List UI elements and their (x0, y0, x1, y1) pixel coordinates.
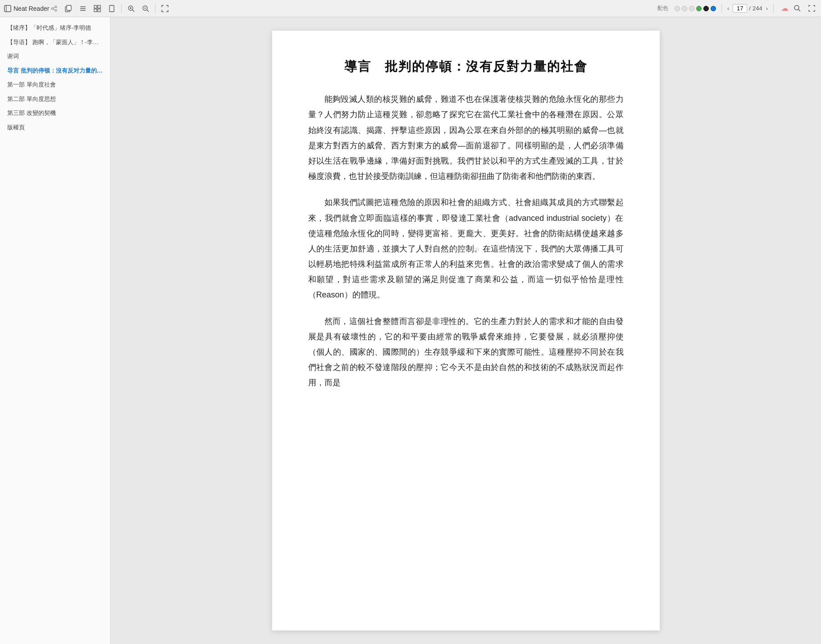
sep4 (773, 4, 774, 13)
svg-line-6 (53, 9, 55, 10)
share-icon (51, 5, 57, 12)
svg-rect-16 (109, 5, 114, 12)
color-dot-3[interactable] (689, 6, 694, 11)
sidebar-item-preface2[interactable]: 导言 批判的停顿：沒有反对力量的社會 (0, 64, 110, 78)
paragraph-2: 如果我們試圖把這種危險的原因和社會的組織方式、社會組織其成員的方式聯繫起來，我們… (308, 195, 624, 302)
page-total: 244 (753, 5, 762, 12)
chapter-title: 導言 批判的停頓：沒有反對力量的社會 (308, 58, 624, 75)
sidebar-item-part2[interactable]: 第二部 單向度思想 (0, 92, 110, 106)
sidebar-item-copyright[interactable]: 版權頁 (0, 120, 110, 135)
book-icon (4, 5, 12, 13)
svg-point-24 (794, 5, 799, 10)
expand-button[interactable] (159, 3, 171, 14)
zoom-in-button[interactable] (125, 3, 137, 14)
weather-icon: ☁ (781, 4, 789, 13)
grid-view-button[interactable] (91, 3, 103, 14)
sep2 (155, 4, 155, 13)
color-dot-1[interactable] (675, 6, 680, 11)
single-page-button[interactable] (106, 3, 118, 14)
page-number-input[interactable]: 17 (733, 4, 747, 13)
svg-rect-14 (94, 9, 97, 12)
svg-rect-8 (67, 5, 71, 10)
page-sep: / (749, 5, 751, 12)
sidebar-item-thanks[interactable]: 谢词 (0, 49, 110, 64)
svg-rect-15 (98, 9, 100, 12)
svg-line-23 (147, 10, 149, 12)
paragraph-1: 能夠毀滅人類的核災難的威脅，難道不也在保護著使核災難的危險永恆化的那些力量？人們… (308, 91, 624, 184)
sidebar-item-part1[interactable]: 第一部 單向度社會 (0, 78, 110, 92)
toolbar: Neat Reader (0, 0, 821, 17)
svg-point-3 (51, 8, 53, 9)
sidebar: 【绪序】「时代感」绪序-李明德 【导语】 跑啊，「蒙面人」！-李明德 谢词 导言… (0, 17, 110, 644)
paragraph-2-wrapper: 如果我們試圖把這種危險的原因和社會的組織方式、社會組織其成員的方式聯繫起來，我們… (308, 195, 624, 302)
page-prev-button[interactable]: ‹ (725, 4, 731, 13)
sep3 (721, 4, 722, 13)
app-brand: Neat Reader (4, 5, 57, 13)
paragraph-3: 然而，這個社會整體而言卻是非理性的。它的生產力對於人的需求和才能的自由發展是具有… (308, 314, 624, 391)
svg-rect-13 (98, 5, 100, 8)
copy-button[interactable] (63, 3, 74, 14)
color-dot-4[interactable] (696, 6, 702, 11)
book-content-area: 導言 批判的停頓：沒有反對力量的社會 能夠毀滅人類的核災難的威脅，難道不也在保護… (110, 17, 821, 644)
fullscreen-button[interactable] (806, 3, 817, 14)
svg-rect-0 (5, 5, 11, 12)
sidebar-item-preface[interactable]: 【绪序】「时代感」绪序-李明德 (0, 21, 110, 35)
zoom-out-button[interactable] (140, 3, 151, 14)
sidebar-item-part3[interactable]: 第三部 改變的契機 (0, 106, 110, 120)
sep1 (121, 4, 122, 13)
svg-point-2 (55, 6, 57, 8)
svg-line-20 (132, 10, 134, 12)
svg-point-4 (55, 9, 57, 11)
right-icons: ☁ (781, 3, 817, 14)
app-name: Neat Reader (14, 5, 49, 12)
search-button[interactable] (791, 3, 803, 14)
color-dot-5[interactable] (703, 6, 709, 11)
sidebar-item-intro[interactable]: 【导语】 跑啊，「蒙面人」！-李明德 (0, 35, 110, 50)
svg-line-5 (53, 7, 55, 8)
color-dots (675, 6, 716, 11)
page-nav: ‹ 17 / 244 › (725, 4, 770, 13)
color-dot-6[interactable] (711, 6, 716, 11)
color-dot-2[interactable] (682, 6, 687, 11)
page-next-button[interactable]: › (764, 4, 770, 13)
main-layout: 【绪序】「时代感」绪序-李明德 【导语】 跑啊，「蒙面人」！-李明德 谢词 导言… (0, 17, 821, 644)
svg-line-25 (798, 9, 800, 11)
page: 導言 批判的停頓：沒有反對力量的社會 能夠毀滅人類的核災難的威脅，難道不也在保護… (272, 31, 660, 630)
color-scheme-label: 配色 (657, 5, 668, 12)
list-view-button[interactable] (77, 3, 89, 14)
svg-rect-12 (94, 5, 97, 8)
